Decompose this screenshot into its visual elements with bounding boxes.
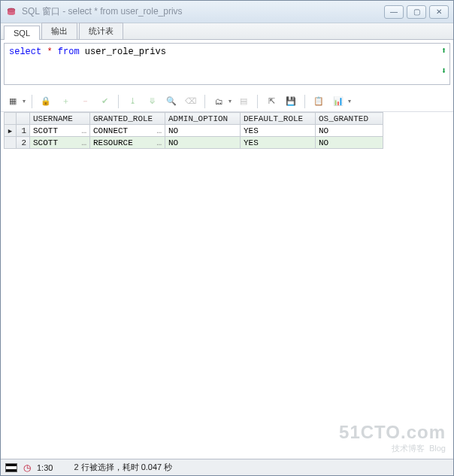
- export-icon[interactable]: ⇱: [264, 94, 279, 109]
- cell-default-role[interactable]: YES: [241, 137, 316, 149]
- grid-toolbar: ▦▾ 🔒 ＋ － ✔ ⤓ ⤋ 🔍 ⌫ 🗂▾ ▤ ⇱ 💾 📋 📊▾: [1, 91, 453, 112]
- cell-admin-option[interactable]: NO: [165, 125, 241, 137]
- grid-rownum-header: [17, 113, 30, 125]
- row-number: 2: [17, 137, 30, 149]
- sql-keyword-from: from: [58, 47, 80, 57]
- status-flag-icon: [5, 463, 17, 472]
- result-tabs: SQL 输出 统计表: [1, 23, 453, 40]
- current-row-icon: ▶: [8, 128, 12, 135]
- cell-admin-option[interactable]: NO: [165, 137, 241, 149]
- col-username[interactable]: USERNAME: [30, 113, 90, 125]
- separator: [257, 95, 258, 108]
- col-granted-role[interactable]: GRANTED_ROLE: [90, 113, 165, 125]
- status-time: 1:30: [37, 463, 53, 472]
- row-indicator: [5, 137, 17, 149]
- app-window: SQL 窗口 - select * from user_role_privs —…: [0, 0, 454, 476]
- cell-os-granted[interactable]: NO: [316, 125, 383, 137]
- results-grid-wrapper: USERNAME GRANTED_ROLE ADMIN_OPTION DEFAU…: [1, 112, 453, 459]
- tab-stats[interactable]: 统计表: [79, 23, 123, 39]
- status-message: 2 行被选择，耗时 0.047 秒: [74, 462, 172, 473]
- tab-output[interactable]: 输出: [41, 23, 77, 39]
- sql-identifier: user_role_privs: [85, 47, 166, 57]
- titlebar: SQL 窗口 - select * from user_role_privs —…: [1, 1, 453, 23]
- copy-to-excel-icon[interactable]: 📋: [311, 94, 326, 109]
- col-os-granted[interactable]: OS_GRANTED: [316, 113, 383, 125]
- app-icon: [5, 6, 17, 18]
- results-grid[interactable]: USERNAME GRANTED_ROLE ADMIN_OPTION DEFAU…: [4, 112, 383, 149]
- history-next-icon[interactable]: ⬇: [441, 65, 446, 77]
- close-button[interactable]: ✕: [429, 5, 449, 19]
- sql-editor[interactable]: select * from user_role_privs ⬆ ⬇: [4, 43, 450, 85]
- history-prev-icon[interactable]: ⬆: [441, 45, 446, 56]
- post-edit-icon[interactable]: ✔: [97, 94, 112, 109]
- cell-granted-role[interactable]: RESOURCE…: [90, 137, 165, 149]
- col-default-role[interactable]: DEFAULT_ROLE: [241, 113, 316, 125]
- tab-sql[interactable]: SQL: [4, 26, 40, 40]
- fetch-next-icon[interactable]: ⤓: [125, 94, 140, 109]
- sql-keyword-select: select: [9, 47, 41, 57]
- row-indicator: ▶: [5, 125, 17, 137]
- add-row-icon[interactable]: ＋: [58, 94, 73, 109]
- clear-icon[interactable]: ⌫: [183, 94, 198, 109]
- cell-editor-icon[interactable]: …: [80, 126, 86, 135]
- table-row[interactable]: 2 SCOTT… RESOURCE… NO YES NO: [5, 137, 383, 149]
- grid-options-icon[interactable]: ▦: [5, 94, 20, 109]
- table-row[interactable]: ▶ 1 SCOTT… CONNECT… NO YES NO: [5, 125, 383, 137]
- cell-os-granted[interactable]: NO: [316, 137, 383, 149]
- cell-default-role[interactable]: YES: [241, 125, 316, 137]
- cell-editor-icon[interactable]: …: [80, 138, 86, 147]
- row-number: 1: [17, 125, 30, 137]
- maximize-button[interactable]: ▢: [407, 5, 426, 19]
- grid-header-row: USERNAME GRANTED_ROLE ADMIN_OPTION DEFAU…: [5, 113, 383, 125]
- dropdown-icon[interactable]: ▾: [23, 98, 26, 105]
- chart-icon[interactable]: 📊: [331, 94, 346, 109]
- fetch-all-icon[interactable]: ⤋: [144, 94, 159, 109]
- sql-star: *: [47, 47, 52, 57]
- clock-icon: ◷: [23, 462, 31, 473]
- separator: [118, 95, 119, 108]
- separator: [204, 95, 205, 108]
- find-icon[interactable]: 🔍: [164, 94, 179, 109]
- separator: [32, 95, 32, 108]
- history-nav: ⬆ ⬇: [441, 45, 446, 77]
- remove-row-icon[interactable]: －: [77, 94, 92, 109]
- status-bar: ◷ 1:30 2 行被选择，耗时 0.047 秒: [1, 459, 453, 475]
- single-record-icon[interactable]: 🗂: [211, 94, 226, 109]
- cell-username[interactable]: SCOTT…: [30, 125, 90, 137]
- dropdown-icon[interactable]: ▾: [348, 98, 351, 105]
- separator: [304, 95, 305, 108]
- col-admin-option[interactable]: ADMIN_OPTION: [165, 113, 241, 125]
- minimize-button[interactable]: —: [384, 5, 404, 19]
- cell-editor-icon[interactable]: …: [155, 126, 162, 135]
- cell-editor-icon[interactable]: …: [155, 138, 162, 147]
- save-icon[interactable]: 💾: [283, 94, 298, 109]
- lock-icon[interactable]: 🔒: [38, 94, 53, 109]
- dropdown-icon[interactable]: ▾: [229, 98, 232, 105]
- cell-username[interactable]: SCOTT…: [30, 137, 90, 149]
- linked-query-icon[interactable]: ▤: [236, 94, 251, 109]
- window-title: SQL 窗口 - select * from user_role_privs: [22, 5, 384, 18]
- window-buttons: — ▢ ✕: [384, 5, 449, 19]
- cell-granted-role[interactable]: CONNECT…: [90, 125, 165, 137]
- grid-corner: [5, 113, 17, 125]
